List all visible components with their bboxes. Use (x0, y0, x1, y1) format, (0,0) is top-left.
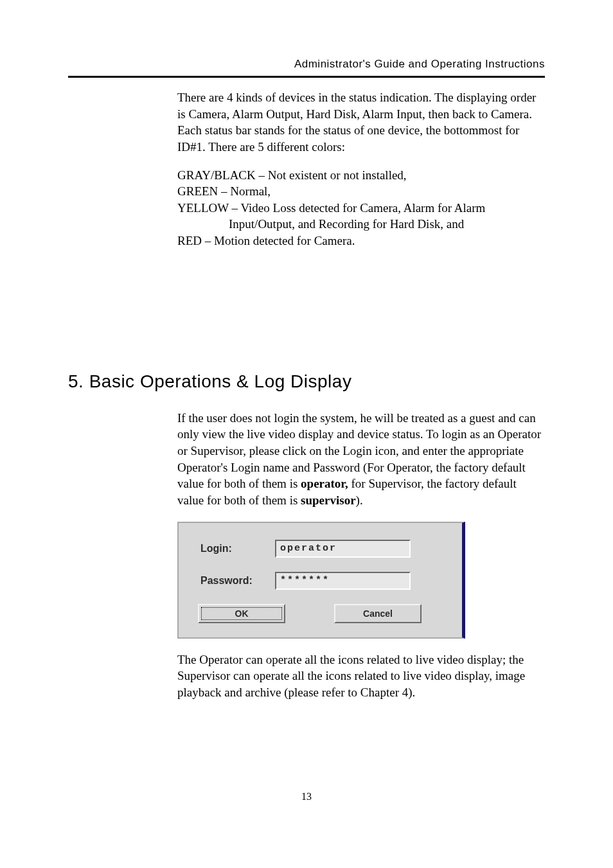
login-dialog: Login: operator Password: ******* OK Can… (177, 522, 465, 639)
ok-button[interactable]: OK (198, 604, 285, 623)
login-para-post: ). (356, 493, 363, 507)
color-list: GRAY/BLACK – Not existent or not install… (177, 167, 545, 249)
header-rule (68, 76, 545, 78)
password-input[interactable]: ******* (275, 572, 411, 590)
login-para-bold2: supervisor (301, 493, 356, 507)
content-block-2: If the user does not login the system, h… (177, 410, 545, 701)
page: Administrator's Guide and Operating Inst… (0, 0, 613, 841)
color-red-line: RED – Motion detected for Camera. (177, 233, 545, 249)
password-label: Password: (200, 574, 275, 588)
login-label: Login: (200, 542, 275, 556)
section-heading: 5. Basic Operations & Log Display (68, 371, 545, 392)
login-para-bold1: operator, (301, 477, 348, 490)
page-number: 13 (68, 791, 545, 802)
login-paragraph: If the user does not login the system, h… (177, 410, 545, 509)
color-yellow-sub-line: Input/Output, and Recording for Hard Dis… (177, 216, 545, 233)
password-row: Password: ******* (200, 572, 444, 590)
content-block-1: There are 4 kinds of devices in the stat… (177, 89, 545, 249)
intro-paragraph: There are 4 kinds of devices in the stat… (177, 89, 545, 155)
color-green-line: GREEN – Normal, (177, 183, 545, 200)
color-yellow-line: YELLOW – Video Loss detected for Camera,… (177, 200, 545, 217)
cancel-button[interactable]: Cancel (334, 604, 422, 623)
login-row: Login: operator (200, 540, 444, 558)
dialog-buttons: OK Cancel (198, 604, 444, 623)
after-dialog-paragraph: The Operator can operate all the icons r… (177, 651, 545, 701)
login-input[interactable]: operator (275, 540, 411, 558)
header-title: Administrator's Guide and Operating Inst… (68, 58, 545, 71)
color-gray-line: GRAY/BLACK – Not existent or not install… (177, 167, 545, 184)
